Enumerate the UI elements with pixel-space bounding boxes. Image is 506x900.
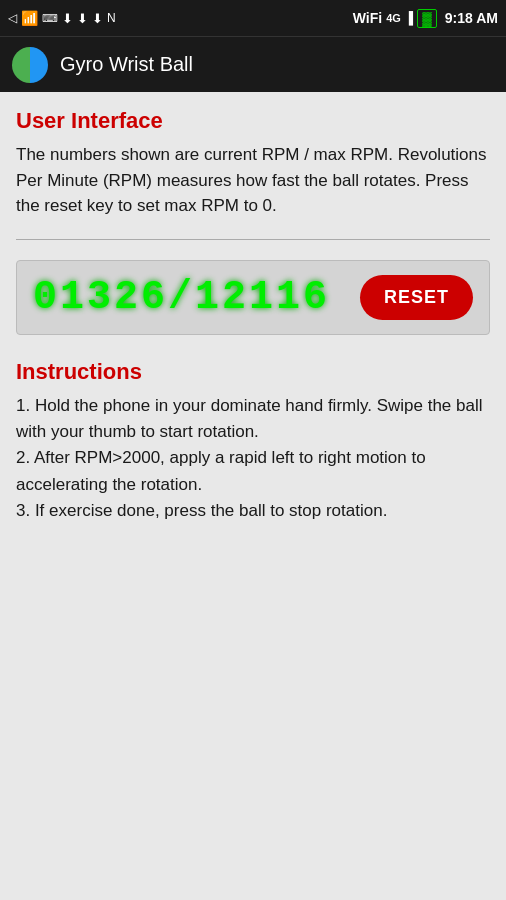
signal-bars-icon: 📶 bbox=[21, 10, 38, 26]
nfc-icon: N bbox=[107, 11, 116, 25]
battery-icon: ▓ bbox=[417, 9, 436, 28]
title-bar: Gyro Wrist Ball bbox=[0, 36, 506, 92]
rpm-display: 01326/12116 bbox=[33, 275, 330, 320]
download3-icon: ⬇ bbox=[92, 11, 103, 26]
user-interface-description: The numbers shown are current RPM / max … bbox=[16, 142, 490, 219]
instructions-section: Instructions 1. Hold the phone in your d… bbox=[0, 359, 506, 545]
rpm-container: 01326/12116 RESET bbox=[16, 260, 490, 335]
main-content: User Interface The numbers shown are cur… bbox=[0, 92, 506, 335]
download2-icon: ⬇ bbox=[77, 11, 88, 26]
status-left-icons: ◁ 📶 ⌨ ⬇ ⬇ ⬇ N bbox=[8, 10, 116, 26]
instruction-step-1: 1. Hold the phone in your dominate hand … bbox=[16, 393, 490, 446]
app-logo bbox=[12, 47, 48, 83]
4g-icon: 4G bbox=[386, 12, 401, 24]
app-title: Gyro Wrist Ball bbox=[60, 53, 193, 76]
status-right-icons: WiFi 4G ▐ ▓ 9:18 AM bbox=[353, 9, 498, 28]
download1-icon: ⬇ bbox=[62, 11, 73, 26]
user-interface-section: User Interface The numbers shown are cur… bbox=[16, 108, 490, 219]
code-icon: ⌨ bbox=[42, 12, 58, 25]
section-divider bbox=[16, 239, 490, 240]
signal-icon: ▐ bbox=[405, 11, 414, 25]
instruction-step-2: 2. After RPM>2000, apply a rapid left to… bbox=[16, 445, 490, 498]
status-bar: ◁ 📶 ⌨ ⬇ ⬇ ⬇ N WiFi 4G ▐ ▓ 9:18 AM bbox=[0, 0, 506, 36]
back-icon: ◁ bbox=[8, 11, 17, 25]
user-interface-heading: User Interface bbox=[16, 108, 490, 134]
reset-button[interactable]: RESET bbox=[360, 275, 473, 320]
status-time: 9:18 AM bbox=[445, 10, 498, 26]
wifi-icon: WiFi bbox=[353, 10, 382, 26]
instructions-heading: Instructions bbox=[16, 359, 490, 385]
instruction-step-3: 3. If exercise done, press the ball to s… bbox=[16, 498, 490, 524]
